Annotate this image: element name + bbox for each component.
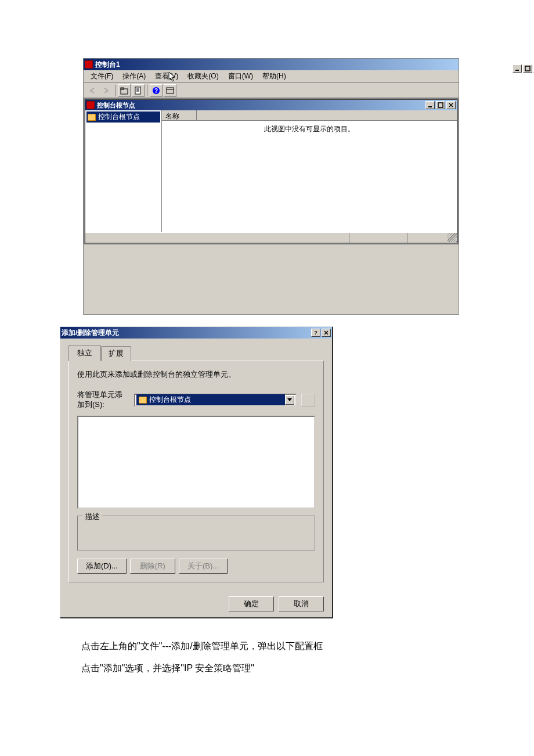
svg-text:?: ? (154, 88, 158, 94)
snapin-listbox[interactable] (77, 416, 315, 509)
toolbar-separator (115, 85, 116, 96)
svg-rect-1 (525, 66, 530, 71)
menu-window[interactable]: 窗口(W) (223, 70, 258, 82)
remove-button: 删除(R) (130, 559, 175, 574)
tab-standalone[interactable]: 独立 (68, 345, 101, 361)
child-title: 控制台根节点 (97, 101, 425, 110)
help-button[interactable]: ? (150, 84, 163, 97)
child-maximize-button[interactable] (436, 101, 445, 109)
chevron-down-icon[interactable] (285, 395, 294, 405)
ok-button[interactable]: 确定 (229, 596, 274, 611)
instruction-line-2: 点击"添加"选项，并选择"IP 安全策略管理" (81, 657, 534, 679)
tree-root-item[interactable]: 控制台根节点 (86, 111, 160, 123)
combo-value: 控制台根节点 (149, 395, 191, 405)
mmc-title: 控制台1 (95, 60, 457, 70)
dialog-help-button[interactable]: ? (311, 329, 320, 337)
tabs: 独立 扩展 (68, 345, 324, 361)
toolbar-button[interactable] (164, 84, 176, 97)
folder-icon (88, 114, 96, 121)
svg-rect-12 (167, 88, 174, 93)
tab-description: 使用此页来添加或删除控制台的独立管理单元。 (77, 369, 315, 380)
mdi-child-window: 控制台根节点 控制台根节点 (85, 99, 457, 243)
description-groupbox: 描述 (77, 516, 315, 550)
nav-forward-button[interactable] (100, 84, 113, 97)
list-header[interactable]: 名称 (162, 110, 457, 121)
mdi-area: 控制台根节点 控制台根节点 (84, 98, 459, 244)
about-button: 关于(B)... (179, 559, 228, 574)
menu-file[interactable]: 文件(F) (86, 70, 118, 82)
add-to-label: 将管理单元添加到(S): (77, 390, 129, 410)
cancel-button[interactable]: 取消 (279, 596, 324, 611)
child-titlebar[interactable]: 控制台根节点 (85, 100, 457, 110)
svg-rect-6 (135, 87, 140, 94)
mmc-icon (85, 60, 93, 69)
browse-button[interactable] (301, 394, 315, 406)
menu-favorites[interactable]: 收藏夹(O) (183, 70, 223, 82)
groupbox-title: 描述 (82, 512, 102, 522)
nav-back-button[interactable] (86, 84, 99, 97)
properties-button[interactable] (132, 84, 145, 97)
up-level-button[interactable] (118, 84, 131, 97)
dialog-close-button[interactable] (322, 329, 331, 337)
mmc-icon (86, 101, 95, 109)
toolbar-separator (147, 85, 147, 96)
dialog-title: 添加/删除管理单元 (62, 328, 311, 338)
menubar: 文件(F) 操作(A) 查看(V) 收藏夹(O) 窗口(W) 帮助(H) (84, 70, 459, 83)
list-empty-message: 此视图中没有可显示的项目。 (162, 121, 457, 232)
maximize-button[interactable] (523, 64, 532, 73)
instructions: 点击左上角的"文件"---添加/删除管理单元，弹出以下配置框 点击"添加"选项，… (81, 635, 534, 680)
minimize-button[interactable] (513, 64, 522, 73)
svg-rect-15 (438, 103, 443, 107)
menu-help[interactable]: 帮助(H) (258, 70, 291, 82)
column-name[interactable]: 名称 (162, 110, 197, 120)
toolbar: ? (84, 83, 459, 98)
mmc-main-window: 控制台1 文件(F) 操作(A) 查看(V) 收藏夹(O) 窗口(W) 帮助(H… (83, 58, 459, 315)
snapin-target-combo[interactable]: 控制台根节点 (134, 394, 297, 406)
cursor-icon (168, 71, 176, 82)
mmc-empty-area (84, 244, 459, 314)
child-close-button[interactable] (446, 101, 456, 109)
tree-pane[interactable]: 控制台根节点 (85, 110, 162, 232)
instruction-line-1: 点击左上角的"文件"---添加/删除管理单元，弹出以下配置框 (81, 635, 534, 657)
child-statusbar (85, 232, 457, 243)
dialog-titlebar[interactable]: 添加/删除管理单元 ? (60, 327, 332, 339)
tree-root-label: 控制台根节点 (98, 112, 140, 122)
tab-content: 使用此页来添加或删除控制台的独立管理单元。 将管理单元添加到(S): 控制台根节… (68, 361, 324, 582)
folder-icon (139, 397, 147, 404)
list-pane: 名称 此视图中没有可显示的项目。 (162, 110, 457, 232)
menu-action[interactable]: 操作(A) (118, 70, 150, 82)
tab-extensions[interactable]: 扩展 (101, 346, 131, 361)
add-remove-snapin-dialog: 添加/删除管理单元 ? 独立 扩展 使用此页来添加或删除控制台的独立管理单元。 … (60, 326, 333, 618)
child-minimize-button[interactable] (425, 101, 435, 109)
mmc-titlebar[interactable]: 控制台1 (84, 59, 459, 70)
add-button[interactable]: 添加(D)... (77, 559, 127, 574)
parent-window-controls (513, 64, 534, 73)
menu-view[interactable]: 查看(V) (150, 70, 183, 82)
resize-grip[interactable] (448, 233, 457, 242)
